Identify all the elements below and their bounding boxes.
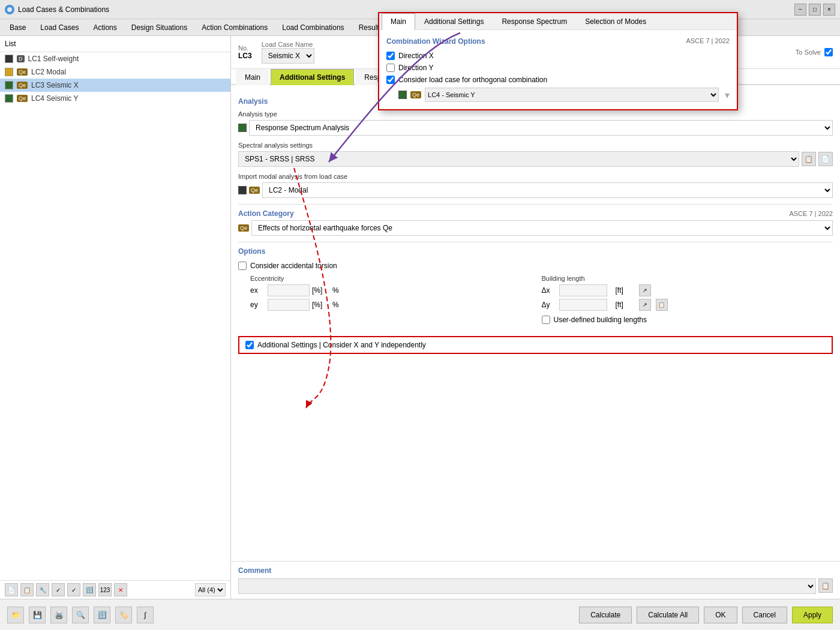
tab-main[interactable]: Main: [236, 69, 269, 85]
delete-btn[interactable]: ✕: [114, 583, 127, 596]
cancel-button[interactable]: Cancel: [742, 607, 787, 623]
menu-design-situations[interactable]: Design Situations: [124, 21, 194, 34]
accidental-torsion-row: Consider accidental torsion: [238, 262, 833, 270]
building-length-grid: Δx [ft] ↗ Δy [ft] ↗ 📋: [542, 284, 833, 311]
popup-tab-main[interactable]: Main: [382, 13, 415, 30]
popup-orthogonal-checkbox[interactable]: [386, 76, 395, 84]
eccentricity-building-row: Eccentricity ex [%] % ey [%] %: [238, 275, 833, 329]
popup-lc4-select[interactable]: LC4 - Seismic Y: [425, 88, 719, 102]
num2-icon-btn[interactable]: 🔢: [94, 607, 110, 623]
asce-label: ASCE 7 | 2022: [789, 210, 833, 217]
analysis-type-select[interactable]: Response Spectrum Analysis: [249, 120, 833, 136]
maximize-button[interactable]: □: [809, 4, 821, 16]
popup-title-text: Combination Wizard Options: [386, 37, 485, 46]
sort-btn[interactable]: 123: [98, 583, 112, 596]
ey-input[interactable]: [268, 299, 310, 311]
popup-title-row: Combination Wizard Options ASCE 7 | 2022: [386, 37, 730, 46]
close-button[interactable]: ×: [823, 4, 835, 16]
popup-direction-x-checkbox[interactable]: [386, 52, 395, 60]
list-count-dropdown: All (4): [195, 583, 226, 596]
title-bar-buttons: − □ ×: [794, 4, 835, 16]
list-item-lc1[interactable]: D LC1 Self-weight: [0, 52, 230, 65]
main-layout: List D LC1 Self-weight Qe LC2 Modal Qe L…: [0, 36, 840, 599]
num-btn[interactable]: 🔢: [83, 583, 96, 596]
analysis-type-group: Analysis type Response Spectrum Analysis: [238, 110, 833, 136]
dy-icon-btn[interactable]: ↗: [639, 299, 651, 311]
eccentricity-label: Eccentricity: [250, 275, 530, 282]
ey-unit: [%]: [312, 301, 330, 309]
copy-btn[interactable]: 📋: [20, 583, 34, 596]
svg-point-0: [7, 7, 12, 12]
tab-additional-settings[interactable]: Additional Settings: [271, 69, 354, 85]
search-icon-btn[interactable]: 🔍: [72, 607, 89, 623]
main-window: Load Cases & Combinations − □ × Base Loa…: [0, 0, 840, 630]
options-title: Options: [238, 247, 833, 256]
popup-tab-response[interactable]: Response Spectrum: [493, 13, 576, 30]
check-btn[interactable]: ✓: [52, 583, 65, 596]
action-qe-tag: Qe: [238, 224, 249, 232]
to-solve-checkbox[interactable]: [824, 48, 833, 56]
spectral-select[interactable]: SPS1 - SRSS | SRSS: [238, 151, 799, 167]
additional-settings-checkbox[interactable]: [245, 341, 254, 349]
menu-load-combinations[interactable]: Load Combinations: [275, 21, 351, 34]
minimize-button[interactable]: −: [794, 4, 806, 16]
lc3-label: LC3 Seismic X: [31, 81, 79, 89]
bottom-right-buttons: Calculate Calculate All OK Cancel Apply: [579, 607, 833, 623]
dy-unit: [ft]: [616, 301, 637, 309]
accidental-torsion-checkbox[interactable]: [238, 262, 247, 270]
list-item-lc2[interactable]: Qe LC2 Modal: [0, 65, 230, 79]
ok-button[interactable]: OK: [704, 607, 737, 623]
popup-orthogonal-label: Consider load case for orthogonal combin…: [398, 76, 547, 84]
popup-direction-y-label: Direction Y: [398, 64, 433, 72]
settings-btn[interactable]: 🔧: [36, 583, 49, 596]
popup-direction-y-checkbox[interactable]: [386, 64, 395, 72]
action-category-title: Action Category: [238, 209, 294, 218]
list-bottom: 📄 📋 🔧 ✓ ✓ 🔢 123 ✕ All (4): [0, 580, 230, 599]
additional-settings-row: Additional Settings | Consider X and Y i…: [238, 336, 833, 354]
menu-load-cases[interactable]: Load Cases: [33, 21, 86, 34]
func-icon-btn[interactable]: ∫: [137, 607, 154, 623]
comment-copy-btn[interactable]: 📋: [818, 578, 833, 593]
check2-btn[interactable]: ✓: [67, 583, 80, 596]
dx-icon-btn[interactable]: ↗: [639, 284, 651, 296]
new-btn[interactable]: 📄: [5, 583, 18, 596]
dy-input[interactable]: [559, 299, 607, 311]
list-item-lc4[interactable]: Qe LC4 Seismic Y: [0, 92, 230, 105]
save-icon-btn[interactable]: 💾: [29, 607, 46, 623]
popup-tab-additional[interactable]: Additional Settings: [415, 13, 493, 30]
action-category-select[interactable]: Effects of horizontal earthquake forces …: [251, 220, 833, 236]
folder-icon-btn[interactable]: 📁: [7, 607, 24, 623]
ex-input[interactable]: [268, 284, 310, 296]
user-defined-checkbox[interactable]: [542, 316, 550, 324]
lc3-color: [5, 81, 13, 89]
dx-input[interactable]: [559, 284, 607, 296]
lc-name-select[interactable]: Seismic X: [262, 48, 314, 64]
calculate-all-button[interactable]: Calculate All: [637, 607, 699, 623]
comment-section: Comment 📋: [231, 561, 840, 599]
tag-icon-btn[interactable]: 🏷️: [115, 607, 132, 623]
left-panel: List D LC1 Self-weight Qe LC2 Modal Qe L…: [0, 36, 231, 599]
popup-lc4-tag: Qe: [410, 91, 421, 98]
ex-label: ex: [250, 286, 265, 295]
popup-tab-modes[interactable]: Selection of Modes: [576, 13, 655, 30]
apply-button[interactable]: Apply: [792, 607, 833, 623]
menu-actions[interactable]: Actions: [86, 21, 124, 34]
print-icon-btn[interactable]: 🖨️: [50, 607, 67, 623]
list-count-select[interactable]: All (4): [195, 583, 226, 596]
dy-copy-btn[interactable]: 📋: [656, 299, 668, 311]
popup-direction-x-row: Direction X: [386, 52, 730, 60]
list-item-lc3[interactable]: Qe LC3 Seismic X: [0, 79, 230, 92]
lc2-color: [5, 68, 13, 76]
additional-settings-label: Additional Settings | Consider X and Y i…: [257, 341, 426, 349]
comment-select[interactable]: [238, 578, 816, 594]
spectral-edit-btn[interactable]: 📋: [802, 152, 816, 166]
list-items: D LC1 Self-weight Qe LC2 Modal Qe LC3 Se…: [0, 52, 230, 580]
calculate-button[interactable]: Calculate: [579, 607, 632, 623]
spectral-new-btn[interactable]: 📄: [818, 152, 833, 166]
menu-base[interactable]: Base: [2, 21, 33, 34]
modal-select[interactable]: LC2 - Modal: [262, 182, 833, 198]
analysis-type-label: Analysis type: [238, 110, 833, 118]
popup-content: Combination Wizard Options ASCE 7 | 2022…: [379, 30, 737, 109]
menu-action-combinations[interactable]: Action Combinations: [194, 21, 275, 34]
popup-direction-x-label: Direction X: [398, 52, 434, 60]
